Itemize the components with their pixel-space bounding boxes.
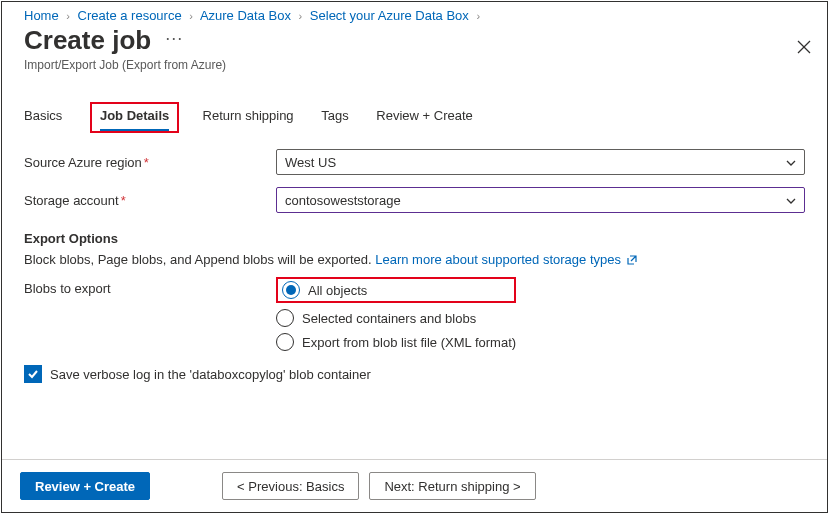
tab-basics[interactable]: Basics: [24, 108, 62, 129]
page-title: Create job: [24, 25, 151, 56]
external-link-icon: [627, 253, 637, 263]
chevron-right-icon: ›: [62, 10, 74, 22]
field-storage-account: Storage account* contosoweststorage: [24, 187, 805, 213]
section-title-export-options: Export Options: [24, 231, 805, 246]
label-blobs-to-export: Blobs to export: [24, 277, 276, 296]
radio-all-objects-label: All objects: [308, 283, 367, 298]
tabs: Basics Job Details Return shipping Tags …: [2, 82, 827, 133]
select-source-region-value: West US: [285, 155, 336, 170]
title-row: Create job ···: [2, 23, 827, 56]
select-source-region[interactable]: West US: [276, 149, 805, 175]
footer: Review + Create < Previous: Basics Next:…: [2, 459, 827, 512]
highlight-box-all-objects: All objects: [276, 277, 516, 303]
form-area: Source Azure region* West US Storage acc…: [2, 133, 827, 459]
field-source-region: Source Azure region* West US: [24, 149, 805, 175]
breadcrumb-create-resource[interactable]: Create a resource: [78, 8, 182, 23]
label-source-region: Source Azure region*: [24, 155, 276, 170]
tab-job-details[interactable]: Job Details: [100, 108, 169, 131]
radio-selected-containers[interactable]: Selected containers and blobs: [276, 309, 516, 327]
review-create-button[interactable]: Review + Create: [20, 472, 150, 500]
more-actions-icon[interactable]: ···: [165, 29, 183, 53]
link-learn-more-storage-types[interactable]: Learn more about supported storage types: [375, 252, 636, 267]
next-button[interactable]: Next: Return shipping >: [369, 472, 535, 500]
select-storage-account[interactable]: contosoweststorage: [276, 187, 805, 213]
field-verbose-log: Save verbose log in the 'databoxcopylog'…: [24, 365, 805, 383]
radio-selected-containers-label: Selected containers and blobs: [302, 311, 476, 326]
tab-return-shipping[interactable]: Return shipping: [203, 108, 294, 129]
chevron-down-icon: [786, 156, 796, 168]
close-icon[interactable]: [797, 40, 811, 58]
checkbox-verbose-log-label: Save verbose log in the 'databoxcopylog'…: [50, 367, 371, 382]
breadcrumb-azure-data-box[interactable]: Azure Data Box: [200, 8, 291, 23]
chevron-right-icon: ›: [295, 10, 307, 22]
chevron-down-icon: [786, 194, 796, 206]
breadcrumb: Home › Create a resource › Azure Data Bo…: [2, 2, 827, 23]
radio-all-objects[interactable]: All objects: [282, 281, 367, 299]
radio-export-list-file[interactable]: Export from blob list file (XML format): [276, 333, 516, 351]
breadcrumb-home[interactable]: Home: [24, 8, 59, 23]
radio-icon: [276, 333, 294, 351]
chevron-right-icon: ›: [185, 10, 197, 22]
radio-export-list-file-label: Export from blob list file (XML format): [302, 335, 516, 350]
tab-tags[interactable]: Tags: [321, 108, 348, 129]
radio-icon: [276, 309, 294, 327]
tab-review-create[interactable]: Review + Create: [376, 108, 472, 129]
label-storage-account: Storage account*: [24, 193, 276, 208]
page: Home › Create a resource › Azure Data Bo…: [1, 1, 828, 513]
radio-icon: [282, 281, 300, 299]
page-subtitle: Import/Export Job (Export from Azure): [2, 56, 827, 82]
field-blobs-to-export: Blobs to export All objects Selected con…: [24, 277, 805, 351]
select-storage-account-value: contosoweststorage: [285, 193, 401, 208]
breadcrumb-select-data-box[interactable]: Select your Azure Data Box: [310, 8, 469, 23]
highlight-box-job-details-tab: Job Details: [90, 102, 179, 133]
previous-button[interactable]: < Previous: Basics: [222, 472, 359, 500]
helper-export-description: Block blobs, Page blobs, and Append blob…: [24, 252, 805, 267]
checkbox-verbose-log[interactable]: [24, 365, 42, 383]
chevron-right-icon: ›: [472, 10, 484, 22]
